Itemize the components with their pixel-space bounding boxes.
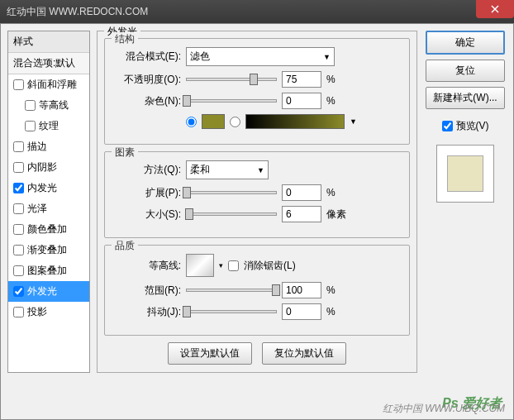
ok-button[interactable]: 确定 bbox=[426, 31, 505, 55]
reset-default-button[interactable]: 复位为默认值 bbox=[262, 342, 346, 365]
noise-label: 杂色(N): bbox=[115, 94, 181, 108]
size-label: 大小(S): bbox=[115, 208, 181, 222]
chevron-down-icon: ▼ bbox=[323, 53, 331, 61]
footer-text: 红动中国 WWW.UiBQ.COM bbox=[383, 402, 505, 416]
slider-thumb[interactable] bbox=[185, 208, 193, 220]
gradient-picker[interactable] bbox=[245, 114, 345, 129]
right-panel: 确定 复位 新建样式(W)... 预览(V) bbox=[424, 31, 507, 373]
style-texture[interactable]: 纹理 bbox=[8, 116, 89, 136]
style-bevel[interactable]: 斜面和浮雕 bbox=[8, 74, 89, 95]
check-inner-shadow[interactable] bbox=[13, 162, 24, 173]
style-outer-glow[interactable]: 外发光 bbox=[8, 281, 89, 302]
dialog-body: 样式 混合选项:默认 斜面和浮雕 等高线 纹理 描边 内阴影 内发光 光泽 颜色… bbox=[0, 23, 514, 420]
quality-group: 品质 等高线: ▾ 消除锯齿(L) 范围(R): % 抖动(J): bbox=[104, 245, 410, 336]
noise-input[interactable] bbox=[282, 93, 321, 109]
noise-slider[interactable] bbox=[186, 99, 277, 103]
opacity-slider[interactable] bbox=[186, 78, 277, 81]
range-label: 范围(R): bbox=[115, 284, 181, 298]
opacity-input[interactable] bbox=[282, 71, 321, 88]
check-satin[interactable] bbox=[13, 203, 24, 214]
chevron-down-icon: ▼ bbox=[257, 166, 264, 174]
preview-swatch bbox=[447, 155, 483, 192]
spread-slider[interactable] bbox=[186, 191, 277, 194]
elements-group: 图素 方法(Q): 柔和▼ 扩展(P): % 大小(S): 像素 bbox=[104, 151, 410, 238]
styles-header: 样式 bbox=[8, 31, 89, 53]
chevron-down-icon[interactable]: ▼ bbox=[350, 117, 357, 126]
style-inner-shadow[interactable]: 内阴影 bbox=[8, 157, 89, 178]
title-text: 红动中国 WWW.REDOCN.COM bbox=[7, 5, 507, 19]
jitter-slider[interactable] bbox=[186, 310, 277, 313]
range-unit: % bbox=[326, 284, 351, 296]
opacity-unit: % bbox=[326, 74, 351, 85]
check-outer-glow[interactable] bbox=[13, 286, 24, 297]
structure-group: 结构 混合模式(E): 滤色▼ 不透明度(O): % 杂色(N): % bbox=[104, 38, 410, 145]
contour-picker[interactable] bbox=[186, 254, 214, 277]
blend-mode-label: 混合模式(E): bbox=[115, 50, 181, 64]
center-panel: 外发光 结构 混合模式(E): 滤色▼ 不透明度(O): % 杂色(N): bbox=[97, 31, 417, 373]
check-stroke[interactable] bbox=[13, 141, 24, 152]
quality-title: 品质 bbox=[112, 239, 138, 253]
blend-mode-select[interactable]: 滤色▼ bbox=[186, 47, 335, 66]
antialias-check[interactable] bbox=[228, 260, 239, 271]
style-stroke[interactable]: 描边 bbox=[8, 136, 89, 157]
preview-box bbox=[436, 145, 494, 203]
blend-options-row[interactable]: 混合选项:默认 bbox=[8, 53, 89, 74]
range-input[interactable] bbox=[282, 282, 321, 298]
styles-list: 样式 混合选项:默认 斜面和浮雕 等高线 纹理 描边 内阴影 内发光 光泽 颜色… bbox=[7, 31, 90, 373]
elements-title: 图素 bbox=[112, 146, 138, 160]
slider-thumb[interactable] bbox=[183, 95, 191, 107]
cancel-button[interactable]: 复位 bbox=[426, 60, 505, 82]
slider-thumb[interactable] bbox=[183, 306, 191, 317]
check-texture[interactable] bbox=[25, 121, 36, 131]
style-color-overlay[interactable]: 颜色叠加 bbox=[8, 219, 89, 240]
method-label: 方法(Q): bbox=[115, 163, 181, 177]
range-slider[interactable] bbox=[186, 289, 277, 292]
titlebar: 红动中国 WWW.REDOCN.COM bbox=[0, 0, 514, 23]
check-pattern-overlay[interactable] bbox=[13, 265, 24, 276]
close-button[interactable] bbox=[476, 0, 514, 18]
noise-unit: % bbox=[326, 95, 351, 107]
preview-label: 预览(V) bbox=[456, 119, 489, 133]
spread-input[interactable] bbox=[282, 184, 321, 201]
spread-unit: % bbox=[326, 187, 351, 198]
structure-title: 结构 bbox=[112, 32, 138, 46]
close-icon bbox=[491, 5, 499, 13]
new-style-button[interactable]: 新建样式(W)... bbox=[426, 87, 505, 109]
check-drop-shadow[interactable] bbox=[13, 307, 24, 317]
jitter-input[interactable] bbox=[282, 303, 321, 320]
contour-label: 等高线: bbox=[115, 259, 181, 273]
check-bevel[interactable] bbox=[13, 79, 24, 90]
color-swatch[interactable] bbox=[202, 114, 225, 129]
size-unit: 像素 bbox=[326, 208, 351, 222]
style-contour[interactable]: 等高线 bbox=[8, 95, 89, 116]
size-slider[interactable] bbox=[186, 212, 277, 216]
check-contour[interactable] bbox=[25, 100, 36, 111]
preview-check[interactable] bbox=[442, 121, 453, 131]
jitter-unit: % bbox=[326, 306, 351, 317]
opacity-label: 不透明度(O): bbox=[115, 73, 181, 87]
jitter-label: 抖动(J): bbox=[115, 305, 181, 319]
slider-thumb[interactable] bbox=[183, 187, 191, 198]
size-input[interactable] bbox=[282, 206, 321, 222]
style-drop-shadow[interactable]: 投影 bbox=[8, 302, 89, 322]
style-pattern-overlay[interactable]: 图案叠加 bbox=[8, 260, 89, 281]
check-color-overlay[interactable] bbox=[13, 224, 24, 235]
gradient-radio[interactable] bbox=[230, 117, 240, 127]
method-select[interactable]: 柔和▼ bbox=[186, 160, 269, 179]
style-inner-glow[interactable]: 内发光 bbox=[8, 178, 89, 198]
make-default-button[interactable]: 设置为默认值 bbox=[168, 342, 252, 365]
chevron-down-icon[interactable]: ▾ bbox=[219, 261, 223, 270]
antialias-label: 消除锯齿(L) bbox=[244, 259, 296, 273]
style-satin[interactable]: 光泽 bbox=[8, 198, 89, 219]
check-gradient-overlay[interactable] bbox=[13, 245, 24, 255]
spread-label: 扩展(P): bbox=[115, 186, 181, 200]
check-inner-glow[interactable] bbox=[13, 183, 24, 193]
slider-thumb[interactable] bbox=[250, 74, 258, 85]
style-gradient-overlay[interactable]: 渐变叠加 bbox=[8, 240, 89, 260]
color-radio[interactable] bbox=[186, 117, 197, 127]
slider-thumb[interactable] bbox=[272, 284, 280, 296]
